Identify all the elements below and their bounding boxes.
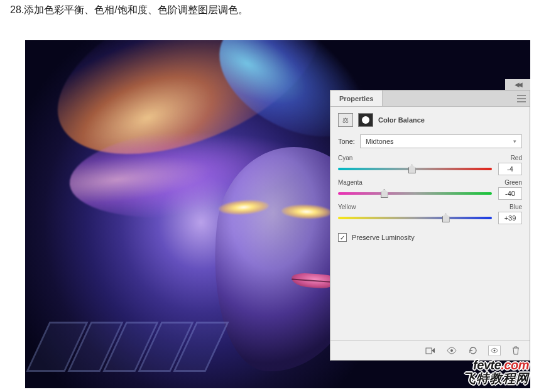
preserve-luminosity-label: Preserve Luminosity: [352, 234, 415, 241]
tone-label: Tone:: [338, 138, 355, 145]
slider-track[interactable]: [338, 168, 492, 170]
canvas-artwork: ◀◀ Properties ⚖ Color Balance Tone: Midt…: [25, 40, 530, 388]
svg-rect-0: [426, 348, 432, 354]
slider-left-label: Magenta: [338, 179, 362, 186]
slider-yellow-blue: Yellow Blue +39: [330, 201, 530, 226]
slider-right-label: Red: [511, 155, 522, 161]
slider-thumb[interactable]: [408, 165, 416, 173]
delete-icon[interactable]: [510, 344, 522, 357]
view-previous-icon[interactable]: [445, 344, 458, 357]
slider-right-label: Green: [504, 179, 522, 186]
properties-panel: Properties ⚖ Color Balance Tone: Midtone…: [330, 90, 530, 361]
slider-left-label: Cyan: [338, 155, 352, 161]
tab-properties[interactable]: Properties: [330, 90, 383, 106]
panel-footer: [330, 340, 530, 360]
layer-mask-icon[interactable]: [358, 113, 373, 127]
watermark-cn: 飞特教程网: [463, 370, 529, 387]
slider-thumb[interactable]: [442, 214, 450, 222]
chevron-down-icon: ▾: [513, 138, 516, 144]
slider-right-label: Blue: [510, 204, 522, 210]
site-watermark: fevte.com 飞特教程网: [463, 358, 529, 387]
step-instruction: 28.添加色彩平衡、色相/饱和度、色阶调整图层调色。: [0, 0, 556, 26]
uiiiu-watermark: [38, 322, 217, 372]
svg-point-2: [494, 349, 496, 351]
slider-value[interactable]: +39: [498, 212, 522, 224]
adjustment-title: Color Balance: [378, 116, 425, 124]
svg-point-1: [450, 349, 453, 352]
slider-left-label: Yellow: [338, 204, 356, 210]
color-balance-icon[interactable]: ⚖: [338, 113, 353, 127]
reset-icon[interactable]: [467, 344, 479, 357]
panel-tabs: Properties: [330, 90, 530, 107]
tone-row: Tone: Midtones ▾: [330, 131, 530, 152]
slider-track[interactable]: [338, 192, 492, 195]
preserve-luminosity-checkbox[interactable]: ✓: [338, 233, 347, 242]
tone-value: Midtones: [366, 138, 394, 145]
tone-dropdown[interactable]: Midtones ▾: [360, 134, 522, 148]
toggle-visibility-icon[interactable]: [488, 345, 501, 356]
panel-collapse-icon[interactable]: ◀◀: [505, 79, 530, 90]
slider-magenta-green: Magenta Green -40: [330, 177, 530, 201]
panel-menu-icon[interactable]: [513, 90, 530, 106]
slider-value[interactable]: -4: [498, 163, 522, 175]
slider-thumb[interactable]: [381, 189, 388, 198]
slider-value[interactable]: -40: [498, 187, 522, 200]
preserve-luminosity-row: ✓ Preserve Luminosity: [330, 226, 530, 249]
adjustment-header: ⚖ Color Balance: [330, 107, 530, 131]
slider-track[interactable]: [338, 217, 492, 219]
slider-cyan-red: Cyan Red -4: [330, 152, 530, 177]
clip-to-layer-icon[interactable]: [424, 344, 437, 357]
